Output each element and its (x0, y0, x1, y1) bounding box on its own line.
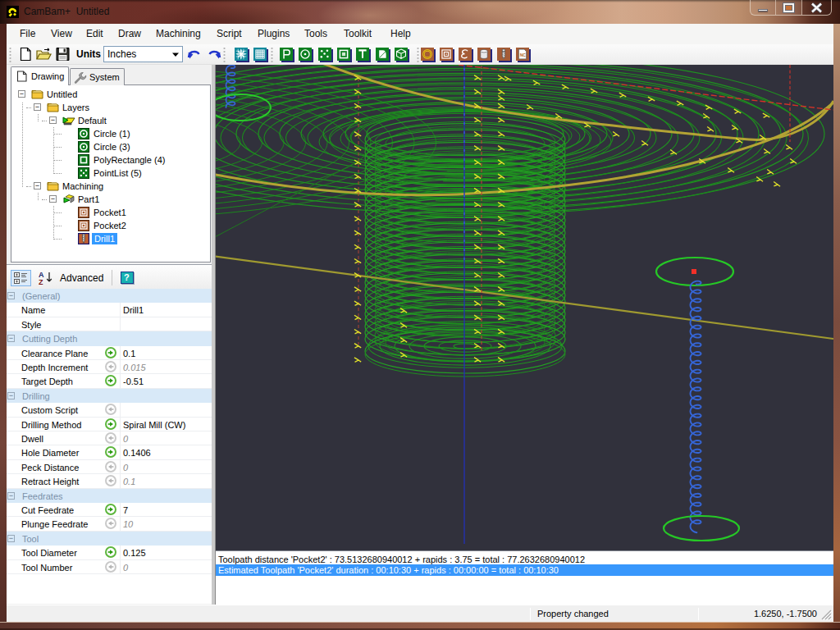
svg-text:Z: Z (39, 278, 43, 285)
svg-text:NC: NC (520, 52, 527, 57)
